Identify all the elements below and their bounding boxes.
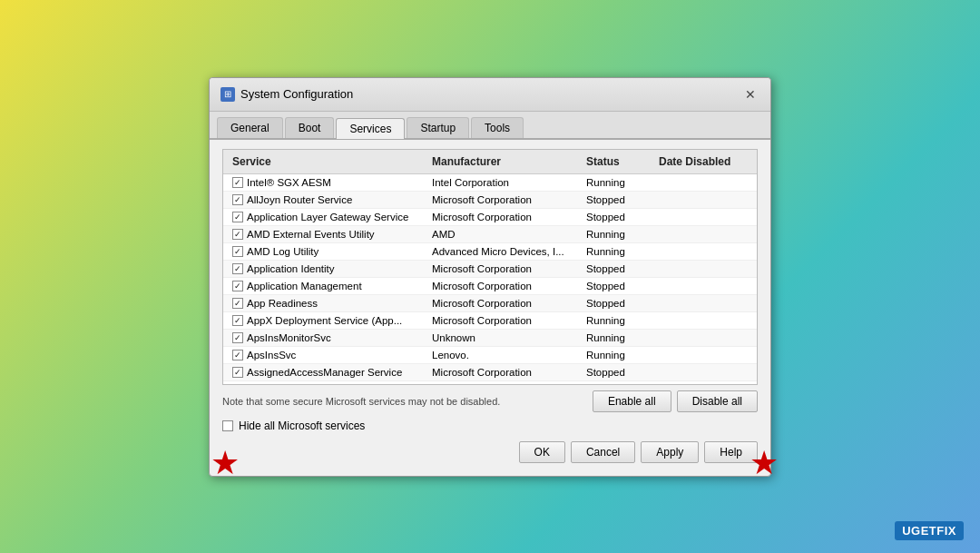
- table-row[interactable]: Intel® SGX AESM Intel Corporation Runnin…: [223, 174, 757, 192]
- enable-all-button[interactable]: Enable all: [593, 390, 671, 412]
- service-name: AssignedAccessManager Service: [247, 367, 402, 378]
- cell-date: [655, 251, 751, 252]
- row-checkbox[interactable]: [232, 315, 243, 326]
- cell-status: Running: [583, 228, 655, 241]
- disable-all-button[interactable]: Disable all: [677, 390, 758, 412]
- cell-service: Application Layer Gateway Service: [229, 211, 428, 223]
- cell-service: ApsInsSvc: [229, 349, 428, 361]
- cell-date: [655, 320, 751, 321]
- tab-startup[interactable]: Startup: [407, 117, 469, 138]
- watermark: UGETFIX: [895, 521, 964, 540]
- cell-service: Application Management: [229, 280, 428, 292]
- cell-manufacturer: Intel Corporation: [428, 176, 583, 189]
- header-manufacturer: Manufacturer: [428, 153, 583, 170]
- table-row[interactable]: ApsInsMonitorSvc Unknown Running: [223, 330, 757, 347]
- table-row[interactable]: Application Layer Gateway Service Micros…: [223, 209, 757, 226]
- service-name: AllJoyn Router Service: [247, 194, 352, 205]
- row-checkbox[interactable]: [232, 263, 243, 274]
- row-checkbox[interactable]: [232, 229, 243, 240]
- row-checkbox[interactable]: [232, 177, 243, 188]
- table-row[interactable]: App Readiness Microsoft Corporation Stop…: [223, 295, 757, 312]
- cell-service: Application Identity: [229, 262, 428, 275]
- row-checkbox[interactable]: [232, 332, 243, 343]
- cell-status: Running: [583, 331, 655, 344]
- tab-services[interactable]: Services: [336, 118, 405, 139]
- dialog-icon: ⊞: [220, 87, 235, 102]
- table-row[interactable]: AppX Deployment Service (App... Microsof…: [223, 312, 757, 330]
- cell-service: Windows Audio Endpoint Builder: [229, 383, 428, 385]
- cell-service: AssignedAccessManager Service: [229, 366, 428, 379]
- service-name: Windows Audio Endpoint Builder: [247, 384, 397, 385]
- cell-service: ApsInsMonitorSvc: [229, 331, 428, 344]
- table-row[interactable]: Application Identity Microsoft Corporati…: [223, 261, 757, 278]
- cell-status: Running: [583, 245, 655, 258]
- row-checkbox[interactable]: [232, 350, 243, 360]
- tab-bar: General Boot Services Startup Tools: [210, 112, 770, 140]
- cell-date: [655, 268, 751, 270]
- table-row[interactable]: AllJoyn Router Service Microsoft Corpora…: [223, 192, 757, 209]
- table-row[interactable]: Application Management Microsoft Corpora…: [223, 278, 757, 295]
- note-text: Note that some secure Microsoft services…: [222, 396, 500, 407]
- cell-date: [655, 302, 751, 304]
- service-name: Application Layer Gateway Service: [247, 212, 408, 222]
- row-checkbox[interactable]: [232, 246, 243, 257]
- cell-status: Stopped: [583, 262, 655, 275]
- cell-manufacturer: AMD: [428, 228, 583, 241]
- cell-date: [655, 199, 751, 201]
- dialog-content: Service Manufacturer Status Date Disable…: [210, 140, 770, 476]
- cancel-button[interactable]: Cancel: [571, 441, 635, 463]
- table-header: Service Manufacturer Status Date Disable…: [223, 150, 757, 174]
- service-name: App Readiness: [247, 298, 318, 309]
- service-name: AMD Log Utility: [247, 246, 318, 257]
- close-button[interactable]: ✕: [741, 85, 760, 104]
- cell-manufacturer: Microsoft Corporation: [428, 280, 583, 292]
- table-row[interactable]: Windows Audio Endpoint Builder Microsoft…: [223, 381, 757, 385]
- service-name: ApsInsSvc: [247, 350, 296, 360]
- cell-date: [655, 337, 751, 339]
- apply-button[interactable]: Apply: [641, 441, 699, 463]
- table-row[interactable]: AMD Log Utility Advanced Micro Devices, …: [223, 243, 757, 261]
- hide-microsoft-row: Hide all Microsoft services: [222, 420, 758, 432]
- service-name: Application Management: [247, 281, 362, 291]
- cell-status: Running: [583, 176, 655, 189]
- cell-manufacturer: Microsoft Corporation: [428, 297, 583, 310]
- cell-service: AMD Log Utility: [229, 245, 428, 258]
- help-button[interactable]: Help: [704, 441, 758, 463]
- row-checkbox[interactable]: [232, 384, 243, 385]
- action-buttons: Enable all Disable all: [593, 390, 758, 412]
- system-configuration-dialog: ⊞ System Configuration ✕ General Boot Se…: [209, 77, 771, 477]
- cell-manufacturer: Advanced Micro Devices, I...: [428, 245, 583, 258]
- row-checkbox[interactable]: [232, 367, 243, 378]
- tab-boot[interactable]: Boot: [285, 117, 335, 138]
- service-name: Intel® SGX AESM: [247, 177, 331, 188]
- cell-status: Running: [583, 349, 655, 361]
- tab-general[interactable]: General: [217, 117, 283, 138]
- row-checkbox[interactable]: [232, 194, 243, 205]
- row-checkbox[interactable]: [232, 298, 243, 309]
- cell-status: Stopped: [583, 280, 655, 292]
- cell-manufacturer: Microsoft Corporation: [428, 211, 583, 223]
- cell-manufacturer: Lenovo.: [428, 349, 583, 361]
- table-row[interactable]: ApsInsSvc Lenovo. Running: [223, 347, 757, 364]
- ok-button[interactable]: OK: [519, 441, 565, 463]
- tab-tools[interactable]: Tools: [471, 117, 524, 138]
- cell-status: Running: [583, 314, 655, 327]
- cell-service: App Readiness: [229, 297, 428, 310]
- row-checkbox[interactable]: [232, 212, 243, 222]
- service-name: Application Identity: [247, 263, 335, 274]
- row-checkbox[interactable]: [232, 281, 243, 291]
- cell-service: AllJoyn Router Service: [229, 193, 428, 206]
- services-table: Service Manufacturer Status Date Disable…: [222, 149, 758, 385]
- service-name: AMD External Events Utility: [247, 229, 375, 240]
- table-row[interactable]: AssignedAccessManager Service Microsoft …: [223, 364, 757, 381]
- cell-status: Stopped: [583, 211, 655, 223]
- title-bar: ⊞ System Configuration ✕: [210, 78, 770, 112]
- cell-status: Running: [583, 383, 655, 385]
- hide-microsoft-checkbox[interactable]: [222, 420, 233, 431]
- service-name: ApsInsMonitorSvc: [247, 332, 331, 343]
- table-row[interactable]: AMD External Events Utility AMD Running: [223, 226, 757, 243]
- dialog-buttons: OK Cancel Apply Help: [222, 441, 758, 467]
- cell-manufacturer: Microsoft Corporation: [428, 314, 583, 327]
- dialog-title: System Configuration: [240, 87, 353, 101]
- cell-date: [655, 354, 751, 356]
